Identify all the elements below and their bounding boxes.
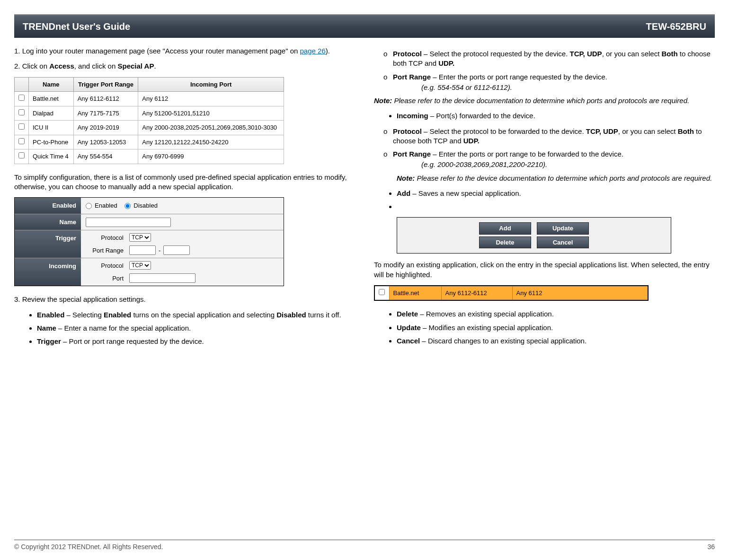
enabled-radio[interactable]: [86, 203, 92, 209]
sub-port-range: Port Range – Enter the ports or port ran…: [393, 72, 715, 93]
table-row[interactable]: Dialpad Any 7175-7175 Any 51200-51201,51…: [15, 106, 284, 121]
page-number: 36: [707, 543, 715, 551]
enabled-label: Enabled: [15, 198, 81, 214]
sub-protocol-2: Protocol – Select the protocol to be for…: [393, 127, 715, 146]
sub-port-range-2: Port Range – Enter the ports or port ran…: [393, 149, 715, 170]
name-input[interactable]: [86, 218, 171, 227]
action-button-panel: Add Update Delete Cancel: [397, 217, 671, 254]
trigger-label: Trigger: [15, 230, 81, 258]
sel-checkbox[interactable]: [379, 289, 385, 295]
step-3: 3. Review the special application settin…: [14, 295, 355, 304]
bullet-name: Name – Enter a name for the special appl…: [37, 324, 355, 333]
bullet-update: Update – Modifies an existing special ap…: [397, 323, 715, 332]
selected-row[interactable]: Battle.net Any 6112-6112 Any 6112: [374, 285, 649, 301]
special-apps-table: Name Trigger Port Range Incoming Port Ba…: [14, 77, 284, 164]
simplify-text: To simplify configuration, there is a li…: [14, 173, 355, 192]
delete-button[interactable]: Delete: [479, 236, 531, 249]
left-column: 1. Log into your router management page …: [14, 46, 355, 352]
doc-title: TRENDnet User's Guide: [23, 21, 130, 32]
add-button[interactable]: Add: [479, 222, 531, 235]
col-incoming: Incoming Port: [138, 77, 284, 92]
trigger-port-end[interactable]: [163, 245, 190, 255]
bullet-incoming: Incoming – Port(s) forwarded to the devi…: [397, 111, 715, 121]
sub-protocol: Protocol – Select the protocol requested…: [393, 49, 715, 69]
copyright: © Copyright 2012 TRENDnet. All Rights Re…: [14, 543, 163, 551]
incoming-protocol-select[interactable]: TCP: [129, 261, 151, 270]
row-checkbox[interactable]: [18, 109, 25, 115]
doc-model: TEW-652BRU: [646, 21, 706, 32]
bullet-empty: [397, 202, 715, 211]
special-app-form: Enabled Enabled Disabled Name Trigger Pr…: [14, 197, 284, 286]
bullet-add: Add – Saves a new special application.: [397, 189, 715, 198]
update-button[interactable]: Update: [537, 222, 589, 235]
disabled-radio[interactable]: [124, 203, 131, 209]
row-checkbox[interactable]: [18, 138, 25, 144]
bullet-cancel: Cancel – Discard changes to an existing …: [397, 336, 715, 346]
col-name: Name: [29, 77, 74, 92]
note-2: Note: Please refer to the device documen…: [397, 174, 715, 183]
trigger-protocol-select[interactable]: TCP: [129, 233, 151, 242]
note-1: Note: Please refer to the device documen…: [374, 96, 715, 105]
col-trigger: Trigger Port Range: [73, 77, 138, 92]
name-label: Name: [15, 214, 81, 230]
row-checkbox[interactable]: [18, 123, 25, 130]
modify-text: To modify an existing application, click…: [374, 260, 715, 280]
table-row[interactable]: Quick Time 4 Any 554-554 Any 6970-6999: [15, 149, 284, 164]
incoming-label: Incoming: [15, 258, 81, 286]
table-row[interactable]: PC-to-Phone Any 12053-12053 Any 12120,12…: [15, 135, 284, 149]
bullet-delete: Delete – Removes an existing special app…: [397, 309, 715, 319]
incoming-port-input[interactable]: [129, 273, 196, 283]
right-column: Protocol – Select the protocol requested…: [374, 46, 715, 352]
row-checkbox[interactable]: [18, 152, 25, 158]
cancel-button[interactable]: Cancel: [537, 236, 589, 249]
step-1: 1. Log into your router management page …: [14, 46, 355, 56]
doc-footer: © Copyright 2012 TRENDnet. All Rights Re…: [14, 540, 715, 551]
table-row[interactable]: Battle.net Any 6112-6112 Any 6112: [15, 92, 284, 106]
trigger-port-start[interactable]: [129, 245, 156, 255]
table-row[interactable]: ICU II Any 2019-2019 Any 2000-2038,2025-…: [15, 121, 284, 135]
bullet-enabled: Enabled – Selecting Enabled turns on the…: [37, 310, 355, 320]
doc-header: TRENDnet User's Guide TEW-652BRU: [14, 14, 715, 38]
bullet-trigger: Trigger – Port or port range requested b…: [37, 337, 355, 346]
row-checkbox[interactable]: [18, 95, 25, 101]
step-2: 2. Click on Access, and click on Special…: [14, 61, 355, 71]
page-26-link[interactable]: page 26: [300, 47, 326, 55]
